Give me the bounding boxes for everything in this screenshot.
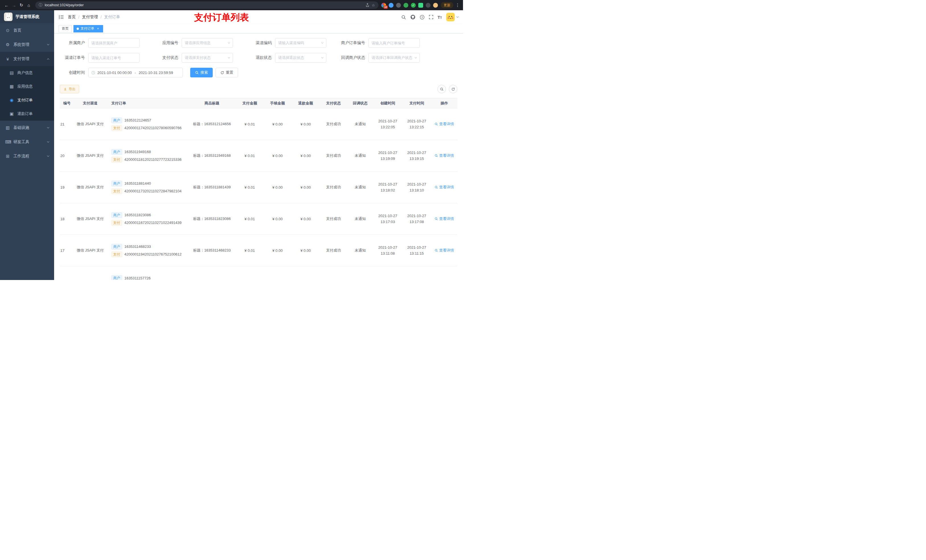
browser-update-button[interactable]: 更新	[441, 2, 453, 8]
toggle-search-button[interactable]	[437, 85, 446, 93]
sidebar-item-infra[interactable]: ▥ 基础设施	[0, 121, 54, 135]
sidebar-item-merchant-info[interactable]: ▤ 商户信息	[0, 66, 54, 80]
view-detail-link[interactable]: 查看详情	[434, 122, 454, 127]
home-button[interactable]: ⌂	[25, 2, 32, 9]
bookmark-star-icon[interactable]: ☆	[372, 3, 375, 8]
column-header: 手续金额	[263, 98, 292, 109]
extension-icon-colorful[interactable]: 10	[381, 3, 386, 8]
address-bar[interactable]: ⓘ localhost:1024/pay/order ☆	[35, 2, 378, 9]
sidebar-item-system[interactable]: ⚙ 系统管理	[0, 38, 54, 52]
merchant-order-no: 1635311157726	[124, 276, 151, 280]
sidebar-item-pay-order[interactable]: ◉ 支付订单	[0, 93, 54, 107]
sidebar-item-dev-tools[interactable]: ⌨ 研发工具	[0, 135, 54, 149]
app-select[interactable]: 请选择应用信息	[182, 38, 233, 48]
filter-channel-code: 渠道编码 请输入渠道编码	[247, 38, 326, 48]
breadcrumb-home[interactable]: 首页	[68, 15, 76, 20]
magnifier-icon	[434, 249, 438, 252]
pay-status: 支付成功	[320, 235, 347, 266]
notify-status-select[interactable]: 请选择订单回调商户状态	[368, 53, 420, 63]
order-id: 21	[60, 109, 73, 140]
extension-icon-gray[interactable]	[396, 3, 401, 8]
view-detail-link[interactable]: 查看详情	[434, 216, 454, 221]
logo[interactable]: 芋道管理系统	[0, 10, 54, 23]
pay-order-cell: 商户 1635311157726 支付	[107, 266, 188, 280]
export-button[interactable]: 导出	[60, 85, 79, 93]
site-info-icon[interactable]: ⓘ	[39, 3, 42, 8]
tab-pay-order[interactable]: 支付订单 ×	[73, 25, 103, 32]
column-header: 商品标题	[188, 98, 236, 109]
extension-icon-pin[interactable]	[426, 3, 431, 8]
notify-status	[347, 266, 373, 280]
merchant-order-no: 1635311823086	[124, 213, 151, 217]
sidebar-item-refund-order[interactable]: ▣ 退款订单	[0, 107, 54, 121]
channel-order-no-input[interactable]	[88, 53, 139, 63]
fullscreen-icon[interactable]	[429, 15, 433, 20]
channel-code-select[interactable]: 请输入渠道编码	[275, 38, 326, 48]
product-title	[188, 266, 236, 280]
action-cell: 查看详情	[431, 109, 457, 140]
date-end: 2021-10-31 23:59:59	[139, 71, 173, 75]
close-tab-icon[interactable]: ×	[96, 27, 100, 31]
pay-tag: 支付	[111, 220, 122, 226]
sidebar-item-pay[interactable]: ¥ 支付管理	[0, 52, 54, 66]
pay-status-select[interactable]: 请选择支付状态	[182, 53, 233, 63]
reset-button[interactable]: 重置	[216, 68, 238, 77]
extensions-area: 10 ✓	[381, 3, 438, 8]
column-header: 操作	[431, 98, 457, 109]
github-icon[interactable]	[410, 15, 415, 20]
share-icon[interactable]	[366, 3, 369, 7]
back-button[interactable]: ←	[3, 2, 10, 9]
collapse-sidebar-icon[interactable]	[59, 15, 64, 20]
user-menu[interactable]	[446, 13, 458, 21]
pay-order-no: 4200001167202110271022491439	[124, 220, 182, 225]
view-detail-link[interactable]: 查看详情	[434, 153, 454, 158]
chevron-down-icon	[228, 41, 230, 44]
chevron-up-icon	[47, 58, 50, 61]
column-header: 支付时间	[402, 98, 431, 109]
fee-amount: ¥ 0.00	[263, 109, 292, 140]
extension-icon-blue[interactable]	[389, 3, 393, 8]
extension-icon-chat[interactable]	[418, 3, 423, 8]
extension-icon-check[interactable]: ✓	[411, 3, 416, 8]
profile-avatar-icon[interactable]	[433, 3, 438, 8]
merchant-order-no-input[interactable]	[368, 38, 420, 48]
column-header: 回调状态	[347, 98, 373, 109]
tools-icon: ⌨	[5, 139, 10, 145]
app-title: 芋道管理系统	[15, 14, 39, 20]
yen-icon: ¥	[5, 57, 10, 62]
search-icon[interactable]	[401, 15, 406, 20]
sidebar-item-home[interactable]: ⊙ 首页	[0, 23, 54, 38]
breadcrumb-section[interactable]: 支付管理	[82, 15, 98, 20]
pay-time-cell: 2021-10-27 13:18:10	[402, 172, 431, 203]
search-button[interactable]: 搜索	[190, 68, 213, 77]
refresh-icon	[220, 71, 224, 74]
pay-tag: 支付	[111, 125, 122, 131]
pay-time-cell: 2021-10-27 13:11:15	[402, 235, 431, 266]
table-row: 21 微信 JSAPI 支付 商户 1635312124657 支付	[60, 109, 457, 140]
date-range-picker[interactable]: 2021-10-01 00:00:00 - 2021-10-31 23:59:5…	[88, 68, 183, 77]
refresh-table-button[interactable]	[449, 85, 457, 93]
pay-amount: ¥ 0.01	[236, 235, 264, 266]
refund-amount: ¥ 0.00	[292, 235, 320, 266]
sidebar-item-workflow[interactable]: ⊞ 工作流程	[0, 149, 54, 163]
merchant-input[interactable]	[88, 38, 139, 48]
active-dot	[77, 27, 79, 30]
font-size-icon[interactable]: TT	[438, 15, 442, 20]
reload-button[interactable]: ↻	[18, 2, 25, 9]
refund-status-select[interactable]: 请选择退款状态	[275, 53, 326, 63]
tab-home[interactable]: 首页	[59, 25, 72, 32]
sidebar-item-app-info[interactable]: ▦ 应用信息	[0, 80, 54, 93]
view-detail-link[interactable]: 查看详情	[434, 248, 454, 253]
pay-channel: 微信 JSAPI 支付	[73, 203, 107, 235]
forward-button[interactable]: →	[10, 2, 18, 9]
filter-notify-status: 回调商户状态 请选择订单回调商户状态	[340, 53, 420, 63]
order-id: 19	[60, 172, 73, 203]
browser-chrome: ← → ↻ ⌂ ⓘ localhost:1024/pay/order ☆ 10 …	[0, 0, 463, 10]
pay-channel: 微信 JSAPI 支付	[73, 235, 107, 266]
view-detail-link[interactable]: 查看详情	[434, 185, 454, 190]
extension-icon-green[interactable]	[404, 3, 409, 8]
help-icon[interactable]: ?	[420, 15, 425, 20]
pay-amount: ¥ 0.01	[236, 203, 264, 235]
filter-merchant: 所属商户	[60, 38, 139, 48]
browser-menu-icon[interactable]: ⋮	[455, 3, 460, 8]
